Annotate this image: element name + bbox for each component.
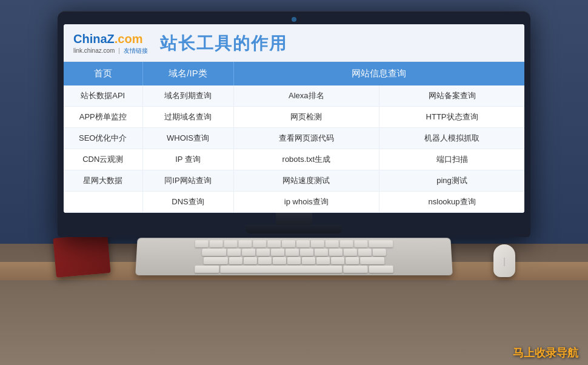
spacebar-key (220, 266, 342, 273)
key (343, 266, 367, 273)
key-row-3 (139, 257, 448, 264)
key-row-4 (139, 266, 449, 273)
table-row: 星网大数据 同IP网站查询 网站速度测试 ping测试 (64, 170, 524, 192)
key (340, 240, 353, 247)
monitor-stand-base (246, 225, 342, 233)
key (296, 240, 310, 247)
key (311, 240, 324, 247)
cell-info1-6: ip whois查询 (233, 192, 379, 213)
key (204, 257, 228, 264)
table-row: APP榜单监控 过期域名查询 网页检测 HTTP状态查询 (64, 107, 524, 128)
col-header-info: 网站信息查询 (233, 62, 524, 85)
key (258, 257, 272, 264)
table-row: 站长数据API 域名到期查询 Alexa排名 网站备案查询 (64, 85, 524, 107)
monitor-camera (292, 17, 296, 22)
cell-info2-5: ping测试 (379, 170, 524, 192)
monitor-screen: ChinaZ.com link.chinaz.com | 友情链接 站长工具的作… (64, 24, 524, 213)
key (195, 266, 219, 273)
cell-domain-5: 同IP网站查询 (142, 170, 233, 192)
cell-info2-1: 网站备案查询 (379, 85, 524, 107)
cell-info1-5: 网站速度测试 (233, 170, 379, 192)
mouse (493, 244, 515, 277)
cell-domain-4: IP 查询 (142, 149, 233, 170)
logo-youqing-text: 友情链接 (124, 47, 148, 54)
cell-info1-1: Alexa排名 (233, 85, 379, 107)
screen-header: ChinaZ.com link.chinaz.com | 友情链接 站长工具的作… (64, 24, 524, 62)
key (202, 249, 226, 256)
key (195, 240, 209, 247)
key (287, 257, 301, 264)
key (316, 257, 330, 264)
cell-info2-6: nslookup查询 (379, 192, 524, 213)
key (354, 240, 367, 247)
key (244, 257, 257, 264)
key (286, 249, 299, 256)
key (331, 257, 344, 264)
key (282, 240, 295, 247)
key (256, 249, 270, 256)
key (346, 257, 359, 264)
key (267, 240, 281, 247)
key (315, 249, 328, 256)
cell-homepage-1: 站长数据API (64, 85, 142, 107)
logo-link-text: link.chinaz.com (73, 47, 115, 54)
col-header-homepage: 首页 (64, 62, 142, 85)
cell-homepage-5: 星网大数据 (64, 170, 142, 192)
cell-homepage-2: APP榜单监控 (64, 107, 142, 128)
key (326, 240, 339, 247)
key (229, 257, 242, 264)
monitor: ChinaZ.com link.chinaz.com | 友情链接 站长工具的作… (58, 11, 530, 237)
key (271, 249, 284, 256)
key (302, 257, 315, 264)
key (360, 257, 384, 264)
key (373, 249, 386, 256)
key (369, 266, 393, 273)
key (224, 240, 237, 247)
key (369, 240, 393, 247)
cell-info1-2: 网页检测 (233, 107, 379, 128)
logo-z-text: Z (107, 32, 115, 45)
key (253, 240, 266, 247)
cell-domain-2: 过期域名查询 (142, 107, 233, 128)
col-header-domain: 域名/IP类 (142, 62, 233, 85)
key (329, 249, 342, 256)
monitor-stand-neck (276, 213, 312, 225)
notebook (53, 233, 110, 278)
cell-domain-6: DNS查询 (142, 192, 233, 213)
key-row-2 (140, 249, 448, 256)
logo-dotcom-text: .com (115, 32, 143, 45)
cell-homepage-4: CDN云观测 (64, 149, 142, 170)
cell-info1-3: 查看网页源代码 (233, 128, 379, 149)
key (227, 249, 241, 256)
cell-info2-4: 端口扫描 (379, 149, 524, 170)
table-row: CDN云观测 IP 查询 robots.txt生成 端口扫描 (64, 149, 524, 170)
bottom-right-text: 马上收录导航 (513, 346, 578, 360)
keyboard (135, 238, 453, 275)
key-row-1 (141, 240, 447, 247)
logo-area: ChinaZ.com link.chinaz.com | 友情链接 (73, 32, 148, 55)
cell-info2-2: HTTP状态查询 (379, 107, 524, 128)
mouse-line (504, 258, 505, 266)
cell-domain-1: 域名到期查询 (142, 85, 233, 107)
key (273, 257, 286, 264)
table-row: DNS查询 ip whois查询 nslookup查询 (64, 192, 524, 213)
key (344, 249, 357, 256)
cell-domain-3: WHOIS查询 (142, 128, 233, 149)
content-table: 首页 域名/IP类 网站信息查询 站长数据API 域名到期查询 Alexa排名 … (64, 62, 524, 213)
key (242, 249, 255, 256)
cell-info1-4: robots.txt生成 (233, 149, 379, 170)
key (358, 249, 372, 256)
cell-info2-3: 机器人模拟抓取 (379, 128, 524, 149)
logo-main: ChinaZ.com (73, 32, 148, 45)
key (209, 240, 222, 247)
screen-title: 站长工具的作用 (160, 32, 287, 55)
cell-homepage-3: SEO优化中介 (64, 128, 142, 149)
cell-homepage-6 (64, 192, 142, 213)
logo-sub-text: link.chinaz.com | 友情链接 (73, 47, 148, 55)
logo-china-text: China (73, 32, 107, 45)
key (300, 249, 313, 256)
key (238, 240, 252, 247)
table-row: SEO优化中介 WHOIS查询 查看网页源代码 机器人模拟抓取 (64, 128, 524, 149)
